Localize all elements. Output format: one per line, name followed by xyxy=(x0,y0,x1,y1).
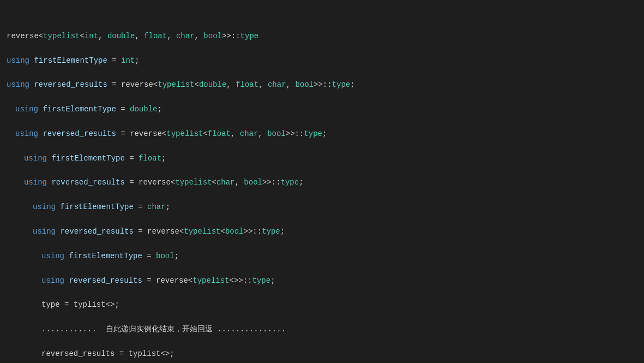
line-7: using reversed_results = reverse<typelis… xyxy=(7,176,637,188)
line-1: reverse<typelist<int, double, float, cha… xyxy=(7,30,637,42)
line-6: using firstElementType = float; xyxy=(7,152,637,164)
line-12: type = typlist<>; xyxy=(7,299,637,311)
line-4: using firstElementType = double; xyxy=(7,103,637,115)
line-10: using firstElementType = bool; xyxy=(7,250,637,262)
line-13: ............ 自此递归实例化结束，开始回返 ............… xyxy=(7,323,637,335)
line-14: reversed_results = typlist<>; xyxy=(7,348,637,360)
line-11: using reversed_results = reverse<typelis… xyxy=(7,275,637,287)
line-8: using firstElementType = char; xyxy=(7,201,637,213)
line-2: using firstElementType = int; xyxy=(7,55,637,67)
line-5: using reversed_results = reverse<typelis… xyxy=(7,128,637,140)
code-display: reverse<typelist<int, double, float, cha… xyxy=(7,5,637,363)
line-9: using reversed_results = reverse<typelis… xyxy=(7,225,637,237)
line-3: using reversed_results = reverse<typelis… xyxy=(7,79,637,91)
